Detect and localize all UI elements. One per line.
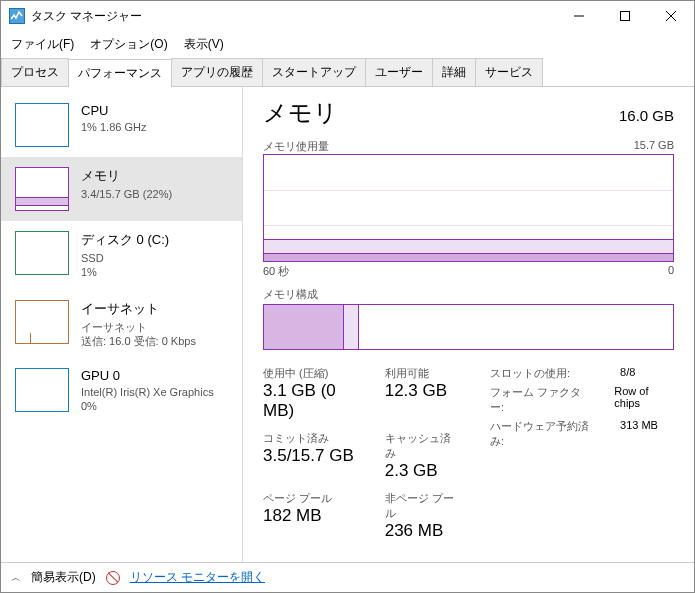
menu-view[interactable]: 表示(V) bbox=[178, 33, 230, 56]
hw-label: ハードウェア予約済み: bbox=[490, 419, 600, 449]
titlebar: タスク マネージャー bbox=[1, 1, 694, 31]
app-icon bbox=[9, 8, 25, 24]
sidebar: CPU1% 1.86 GHz メモリ3.4/15.7 GB (22%) ディスク… bbox=[1, 87, 243, 562]
sidebar-item-gpu[interactable]: GPU 0Intel(R) Iris(R) Xe Graphics 0% bbox=[1, 358, 242, 424]
tabbar: プロセス パフォーマンス アプリの履歴 スタートアップ ユーザー 詳細 サービス bbox=[1, 58, 694, 87]
detail-panel: メモリ 16.0 GB メモリ使用量15.7 GB 60 秒0 メモリ構成 使用… bbox=[243, 87, 694, 562]
chevron-up-icon[interactable]: ︿ bbox=[11, 571, 21, 585]
axis-left: 60 秒 bbox=[263, 264, 289, 279]
avail-label: 利用可能 bbox=[385, 366, 460, 381]
usage-max: 15.7 GB bbox=[634, 139, 674, 154]
commit-label: コミット済み bbox=[263, 431, 367, 446]
sidebar-sub: イーサネット 送信: 16.0 受信: 0 Kbps bbox=[81, 320, 196, 349]
inuse-value: 3.1 GB (0 MB) bbox=[263, 381, 367, 421]
tab-processes[interactable]: プロセス bbox=[1, 58, 69, 86]
menu-file[interactable]: ファイル(F) bbox=[5, 33, 80, 56]
sidebar-label: イーサネット bbox=[81, 300, 196, 318]
memory-usage-graph bbox=[263, 154, 674, 262]
menu-options[interactable]: オプション(O) bbox=[84, 33, 173, 56]
usage-label: メモリ使用量 bbox=[263, 139, 329, 154]
memory-composition-graph bbox=[263, 304, 674, 350]
ethernet-thumb-icon bbox=[15, 300, 69, 344]
resmon-icon bbox=[106, 571, 120, 585]
detail-title: メモリ bbox=[263, 97, 338, 129]
svg-rect-1 bbox=[621, 12, 630, 21]
inuse-label: 使用中 (圧縮) bbox=[263, 366, 367, 381]
menubar: ファイル(F) オプション(O) 表示(V) bbox=[1, 31, 694, 58]
avail-value: 12.3 GB bbox=[385, 381, 460, 401]
sidebar-label: GPU 0 bbox=[81, 368, 214, 383]
nonpaged-value: 236 MB bbox=[385, 521, 460, 541]
hw-value: 313 MB bbox=[620, 419, 658, 449]
tab-users[interactable]: ユーザー bbox=[365, 58, 433, 86]
sidebar-item-ethernet[interactable]: イーサネットイーサネット 送信: 16.0 受信: 0 Kbps bbox=[1, 290, 242, 359]
cpu-thumb-icon bbox=[15, 103, 69, 147]
resource-monitor-link[interactable]: リソース モニターを開く bbox=[130, 569, 265, 586]
sidebar-sub: Intel(R) Iris(R) Xe Graphics 0% bbox=[81, 385, 214, 414]
memory-capacity: 16.0 GB bbox=[619, 107, 674, 124]
commit-value: 3.5/15.7 GB bbox=[263, 446, 367, 466]
tab-details[interactable]: 詳細 bbox=[432, 58, 476, 86]
sidebar-sub: 1% 1.86 GHz bbox=[81, 120, 146, 134]
sidebar-label: CPU bbox=[81, 103, 146, 118]
sidebar-sub: SSD 1% bbox=[81, 251, 169, 280]
maximize-button[interactable] bbox=[602, 1, 648, 31]
cached-value: 2.3 GB bbox=[385, 461, 460, 481]
sidebar-sub: 3.4/15.7 GB (22%) bbox=[81, 187, 172, 201]
sidebar-item-memory[interactable]: メモリ3.4/15.7 GB (22%) bbox=[1, 157, 242, 221]
sidebar-item-cpu[interactable]: CPU1% 1.86 GHz bbox=[1, 93, 242, 157]
paged-label: ページ プール bbox=[263, 491, 367, 506]
fewer-details-button[interactable]: 簡易表示(D) bbox=[31, 569, 96, 586]
tab-services[interactable]: サービス bbox=[475, 58, 543, 86]
nonpaged-label: 非ページ プール bbox=[385, 491, 460, 521]
memory-thumb-icon bbox=[15, 167, 69, 211]
sidebar-item-disk[interactable]: ディスク 0 (C:)SSD 1% bbox=[1, 221, 242, 290]
sidebar-label: ディスク 0 (C:) bbox=[81, 231, 169, 249]
slots-value: 8/8 bbox=[620, 366, 635, 381]
window-title: タスク マネージャー bbox=[31, 8, 556, 25]
footer: ︿ 簡易表示(D) リソース モニターを開く bbox=[1, 562, 694, 592]
minimize-button[interactable] bbox=[556, 1, 602, 31]
tab-app-history[interactable]: アプリの履歴 bbox=[171, 58, 263, 86]
close-button[interactable] bbox=[648, 1, 694, 31]
sidebar-label: メモリ bbox=[81, 167, 172, 185]
gpu-thumb-icon bbox=[15, 368, 69, 412]
tab-performance[interactable]: パフォーマンス bbox=[68, 59, 172, 87]
cached-label: キャッシュ済み bbox=[385, 431, 460, 461]
disk-thumb-icon bbox=[15, 231, 69, 275]
form-label: フォーム ファクター: bbox=[490, 385, 594, 415]
axis-right: 0 bbox=[668, 264, 674, 279]
form-value: Row of chips bbox=[614, 385, 674, 415]
composition-label: メモリ構成 bbox=[263, 287, 674, 302]
tab-startup[interactable]: スタートアップ bbox=[262, 58, 366, 86]
paged-value: 182 MB bbox=[263, 506, 367, 526]
slots-label: スロットの使用: bbox=[490, 366, 600, 381]
